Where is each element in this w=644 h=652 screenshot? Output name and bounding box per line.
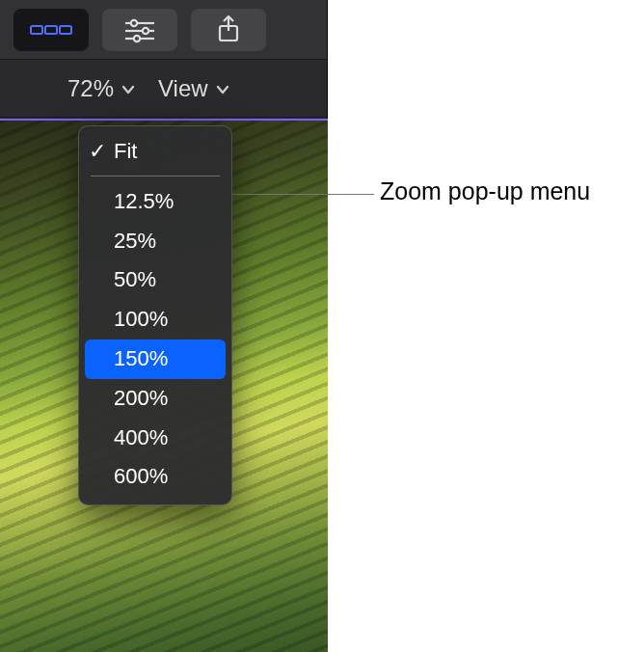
menu-item-label: 400% (114, 425, 168, 449)
svg-point-6 (143, 27, 148, 33)
view-label: View (158, 75, 208, 102)
menu-item-label: 200% (114, 386, 168, 410)
zoom-option-25[interactable]: 25% (79, 222, 231, 261)
menu-separator (91, 176, 220, 177)
menu-item-label: 25% (114, 229, 156, 253)
zoom-value-label: 72% (67, 75, 114, 102)
adjustments-button[interactable] (102, 9, 177, 51)
view-popup-button[interactable]: View (158, 75, 229, 102)
zoom-option-100[interactable]: 100% (79, 300, 231, 340)
zoom-option-50[interactable]: 50% (79, 260, 231, 300)
annotation-label: Zoom pop-up menu (380, 177, 590, 205)
svg-point-4 (131, 19, 137, 25)
zoom-option-200[interactable]: 200% (79, 379, 231, 419)
zoom-option-fit[interactable]: Fit (79, 132, 231, 172)
svg-rect-1 (45, 26, 57, 34)
zoom-popup-menu: Fit 12.5% 25% 50% 100% 150% 200% 400% 60… (78, 125, 232, 505)
zoom-option-400[interactable]: 400% (79, 419, 231, 458)
chevron-down-icon (216, 83, 229, 96)
zoom-option-150[interactable]: 150% (85, 340, 226, 379)
clips-inspector-button[interactable] (13, 9, 89, 51)
zoom-option-600[interactable]: 600% (79, 457, 231, 497)
filmstrip-icon (30, 19, 72, 41)
menu-item-label: 50% (114, 267, 156, 291)
app-window: 72% View Fit 12.5% 25% 50% 100% (0, 0, 328, 652)
menu-item-label: 600% (114, 464, 168, 488)
svg-rect-0 (31, 26, 42, 34)
svg-rect-2 (60, 26, 71, 34)
zoom-option-12-5[interactable]: 12.5% (79, 182, 231, 222)
svg-point-8 (134, 35, 140, 41)
menu-item-label: 150% (114, 346, 168, 370)
annotation-leader-line (231, 194, 374, 195)
share-button[interactable] (191, 9, 266, 51)
sliders-icon (123, 16, 156, 43)
menu-item-label: Fit (114, 139, 137, 163)
chevron-down-icon (121, 83, 135, 96)
menu-item-label: 100% (114, 307, 168, 331)
viewer-subtoolbar: 72% View (0, 60, 327, 118)
share-icon (216, 14, 241, 45)
menu-item-label: 12.5% (114, 189, 174, 213)
titlebar (0, 0, 327, 60)
zoom-popup-button[interactable]: 72% (67, 75, 135, 102)
